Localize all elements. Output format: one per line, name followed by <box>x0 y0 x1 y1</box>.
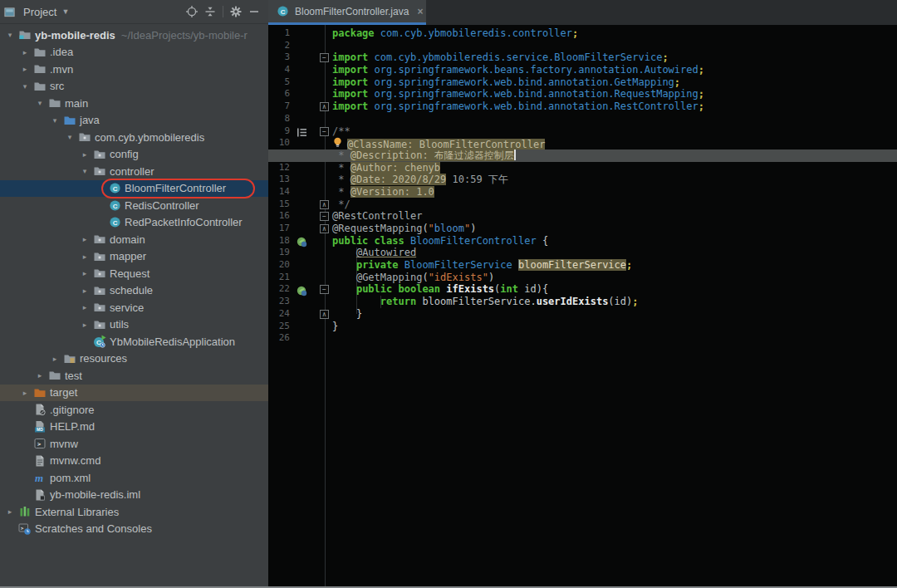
tree-item-ybmobileredisapplication[interactable]: CYbMobileRedisApplication <box>0 333 268 350</box>
chevron-collapsed-icon[interactable]: ▸ <box>17 65 32 73</box>
code-line-4[interactable]: 4import org.springframework.beans.factor… <box>268 64 897 76</box>
code-line-21[interactable]: 21 @GetMapping("idExists") <box>268 272 897 284</box>
panel-title[interactable]: Project <box>23 6 56 18</box>
chevron-expanded-icon[interactable]: ▾ <box>2 31 17 39</box>
tree-item-yb-mobile-redis[interactable]: ▾yb-mobile-redis~/IdeaProjects/yb-mobile… <box>0 27 268 44</box>
code-line-6[interactable]: 6import org.springframework.web.bind.ann… <box>268 88 897 100</box>
chevron-collapsed-icon[interactable]: ▸ <box>2 507 17 516</box>
locate-file-icon[interactable] <box>183 2 201 21</box>
intention-bulb-icon[interactable] <box>332 137 347 150</box>
code-line-5[interactable]: 5import org.springframework.web.bind.ann… <box>268 76 897 89</box>
fold-end-icon[interactable]: ∧ <box>320 200 329 209</box>
chevron-collapsed-icon[interactable]: ▸ <box>77 252 92 261</box>
chevron-collapsed-icon[interactable]: ▸ <box>77 150 92 159</box>
editor-tab-bloomfiltercontroller[interactable]: C BloomFilterController.java × <box>268 0 426 25</box>
code-line-14[interactable]: 14 * @Versiion: 1.0 <box>268 186 897 198</box>
chevron-collapsed-icon[interactable]: ▸ <box>17 48 32 56</box>
tree-item-mvnw-cmd[interactable]: mvnw.cmd <box>0 453 268 470</box>
code-line-20[interactable]: 20 private BloomFilterService bloomFilte… <box>268 259 897 272</box>
tab-close-icon[interactable]: × <box>417 6 423 17</box>
chevron-expanded-icon[interactable]: ▾ <box>77 167 92 175</box>
code-line-9[interactable]: 9−/** <box>268 125 897 138</box>
chevron-collapsed-icon[interactable]: ▸ <box>77 235 92 243</box>
tree-item-schedule[interactable]: ▸schedule <box>0 282 268 300</box>
tree-item-mvnw[interactable]: >mvnw <box>0 435 268 453</box>
code-line-11[interactable]: * @Description: 布隆过滤器控制层 <box>268 149 897 162</box>
tree-item-domain[interactable]: ▸domain <box>0 231 268 248</box>
code-line-18[interactable]: 18public class BloomFilterController { <box>268 235 897 247</box>
code-line-17[interactable]: 17∧@RequestMapping("bloom") <box>268 223 897 235</box>
tree-item-controller[interactable]: ▾controller <box>0 163 268 180</box>
code-line-26[interactable]: 26 <box>268 332 897 345</box>
code-text: public boolean ifExists(int id){ <box>332 283 548 296</box>
code-line-2[interactable]: 2 <box>268 40 897 52</box>
tree-item-target[interactable]: ▸target <box>0 385 268 402</box>
tree-item-main[interactable]: ▾main <box>0 95 268 112</box>
settings-gear-icon[interactable] <box>227 2 245 21</box>
tree-item-src[interactable]: ▾src <box>0 78 268 96</box>
code-line-7[interactable]: 7∧import org.springframework.web.bind.an… <box>268 100 897 113</box>
tree-item-java[interactable]: ▾java <box>0 112 268 130</box>
chevron-collapsed-icon[interactable]: ▸ <box>32 371 47 380</box>
tree-item-com-cyb-ybmobileredis[interactable]: ▾com.cyb.ybmobileredis <box>0 129 268 146</box>
tree-item-pom-xml[interactable]: mpom.xml <box>0 469 268 487</box>
gutter: 20 <box>268 259 332 272</box>
chevron-expanded-icon[interactable]: ▾ <box>47 116 62 125</box>
chevron-collapsed-icon[interactable]: ▸ <box>17 389 32 397</box>
tree-item-config[interactable]: ▸config <box>0 146 268 164</box>
code-line-8[interactable]: 8 <box>268 113 897 125</box>
tree-item-mvn[interactable]: ▸.mvn <box>0 61 268 78</box>
tree-item-yb-mobile-redis-iml[interactable]: yb-mobile-redis.iml <box>0 487 268 504</box>
chevron-collapsed-icon[interactable]: ▸ <box>77 303 92 311</box>
tree-item-rediscontroller[interactable]: CRedisController <box>0 197 268 214</box>
chevron-expanded-icon[interactable]: ▾ <box>62 133 77 141</box>
fold-end-icon[interactable]: ∧ <box>320 224 329 233</box>
tree-item-help-md[interactable]: MDHELP.md <box>0 419 268 436</box>
code-line-1[interactable]: 1package com.cyb.ybmobileredis.controlle… <box>268 27 897 40</box>
tree-item-test[interactable]: ▸test <box>0 367 268 385</box>
tree-item-utils[interactable]: ▸utils <box>0 316 268 334</box>
code-line-22[interactable]: 22− public boolean ifExists(int id){ <box>268 283 897 296</box>
code-line-25[interactable]: 25} <box>268 321 897 333</box>
fold-end-icon[interactable]: ∧ <box>320 102 329 111</box>
code-editor[interactable]: 1package com.cyb.ybmobileredis.controlle… <box>268 25 897 588</box>
fold-collapse-icon[interactable]: − <box>320 127 329 136</box>
fold-end-icon[interactable]: ∧ <box>320 310 329 319</box>
code-line-15[interactable]: 15∧ */ <box>268 198 897 211</box>
code-line-19[interactable]: 19 @Autowired <box>268 247 897 259</box>
chevron-down-icon[interactable]: ▼ <box>61 7 69 16</box>
tree-item-label: config <box>110 148 139 160</box>
folder-package-icon <box>92 318 107 331</box>
chevron-collapsed-icon[interactable]: ▸ <box>77 321 92 329</box>
hide-panel-icon[interactable] <box>245 2 263 21</box>
code-line-10[interactable]: 10@ClassName: BloomFilterController <box>268 137 897 149</box>
line-number: 24 <box>268 308 290 321</box>
tree-item-external-libraries[interactable]: ▸External Libraries <box>0 503 268 521</box>
code-line-3[interactable]: 3−import com.cyb.ybmobileredis.service.B… <box>268 51 897 64</box>
code-line-13[interactable]: 13 * @Date: 2020/8/29 10:59 下午 <box>268 174 897 186</box>
code-line-16[interactable]: 16−@RestController <box>268 210 897 223</box>
code-line-12[interactable]: 12 * @Author: chenyb <box>268 162 897 174</box>
tree-item-bloomfiltercontroller[interactable]: CBloomFilterController <box>0 180 268 198</box>
chevron-collapsed-icon[interactable]: ▸ <box>77 287 92 295</box>
tree-item-mapper[interactable]: ▸mapper <box>0 248 268 266</box>
tree-item-resources[interactable]: ▸resources <box>0 350 268 368</box>
tree-item-gitignore[interactable]: .gitignore <box>0 401 268 419</box>
collapse-all-icon[interactable] <box>201 2 219 21</box>
chevron-collapsed-icon[interactable]: ▸ <box>47 355 62 363</box>
tree-item-idea[interactable]: ▸.idea <box>0 44 268 61</box>
chevron-collapsed-icon[interactable]: ▸ <box>77 269 92 277</box>
tree-item-request[interactable]: ▸Request <box>0 265 268 282</box>
tree-item-service[interactable]: ▸service <box>0 299 268 316</box>
code-line-23[interactable]: 23 return bloomFilterService.userIdExist… <box>268 296 897 308</box>
code-text: } <box>332 321 338 333</box>
fold-collapse-icon[interactable]: − <box>320 212 329 221</box>
chevron-expanded-icon[interactable]: ▾ <box>17 82 32 91</box>
tree-item-redpacketinfocontroller[interactable]: CRedPacketInfoController <box>0 214 268 232</box>
fold-collapse-icon[interactable]: − <box>320 53 329 62</box>
project-tree[interactable]: ▾yb-mobile-redis~/IdeaProjects/yb-mobile… <box>0 23 268 588</box>
tree-item-scratches-and-consoles[interactable]: >Scratches and Consoles <box>0 521 268 538</box>
code-line-24[interactable]: 24∧ } <box>268 308 897 321</box>
fold-collapse-icon[interactable]: − <box>320 285 329 294</box>
chevron-expanded-icon[interactable]: ▾ <box>32 99 47 107</box>
